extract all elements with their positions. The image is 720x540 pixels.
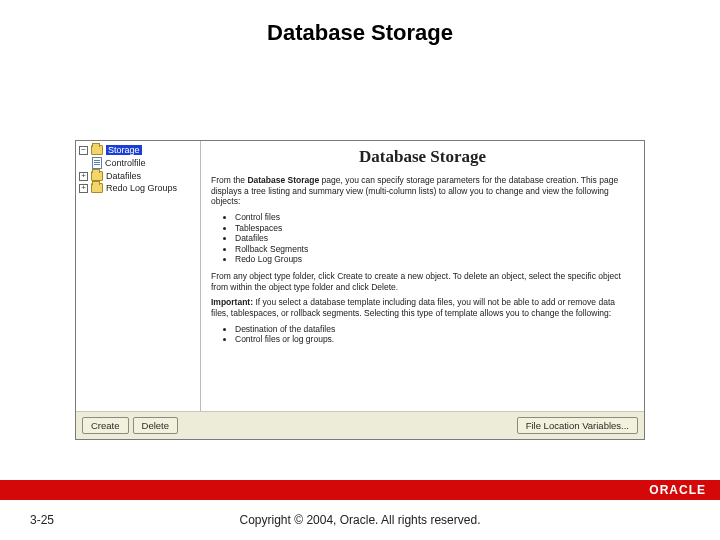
- document-icon: [92, 157, 102, 169]
- slide-body: Database Storage − Storage Controlfile +…: [0, 0, 720, 480]
- content-panel: Database Storage From the Database Stora…: [201, 141, 644, 411]
- slide-title: Database Storage: [0, 20, 720, 46]
- list-item: Control files: [235, 212, 634, 223]
- delete-button[interactable]: Delete: [133, 417, 178, 434]
- file-location-variables-button[interactable]: File Location Variables...: [517, 417, 638, 434]
- expand-icon[interactable]: +: [79, 172, 88, 181]
- content-para-1: From the Database Storage page, you can …: [211, 175, 634, 207]
- page-number: 3-25: [30, 513, 54, 527]
- tree-root-storage[interactable]: − Storage: [78, 144, 198, 156]
- content-para-3: Important: If you select a database temp…: [211, 297, 634, 318]
- tree-item-label: Redo Log Groups: [106, 183, 177, 193]
- folder-icon: [91, 183, 103, 193]
- button-bar: Create Delete File Location Variables...: [76, 411, 644, 439]
- tree-panel: − Storage Controlfile + Datafiles +: [76, 141, 201, 411]
- content-para-2: From any object type folder, click Creat…: [211, 271, 634, 292]
- app-window: − Storage Controlfile + Datafiles +: [75, 140, 645, 440]
- collapse-icon[interactable]: −: [79, 146, 88, 155]
- list-item: Rollback Segments: [235, 244, 634, 255]
- tree-item-label: Datafiles: [106, 171, 141, 181]
- folder-icon: [91, 171, 103, 181]
- content-list-1: Control files Tablespaces Datafiles Roll…: [235, 212, 634, 265]
- list-item: Control files or log groups.: [235, 334, 634, 345]
- tree-item-label: Controlfile: [105, 158, 146, 168]
- footer-brand-bar: ORACLE: [0, 480, 720, 500]
- content-heading: Database Storage: [211, 147, 634, 167]
- tree-item-controlfile[interactable]: Controlfile: [78, 156, 198, 170]
- tree-root-label: Storage: [106, 145, 142, 155]
- tree-item-redolog[interactable]: + Redo Log Groups: [78, 182, 198, 194]
- create-button[interactable]: Create: [82, 417, 129, 434]
- list-item: Tablespaces: [235, 223, 634, 234]
- list-item: Destination of the datafiles: [235, 324, 634, 335]
- expand-icon[interactable]: +: [79, 184, 88, 193]
- app-body: − Storage Controlfile + Datafiles +: [76, 141, 644, 411]
- list-item: Redo Log Groups: [235, 254, 634, 265]
- list-item: Datafiles: [235, 233, 634, 244]
- oracle-logo: ORACLE: [649, 483, 706, 497]
- footer-bar: 3-25 Copyright © 2004, Oracle. All right…: [0, 500, 720, 540]
- content-list-2: Destination of the datafiles Control fil…: [235, 324, 634, 345]
- copyright-text: Copyright © 2004, Oracle. All rights res…: [0, 513, 720, 527]
- folder-icon: [91, 145, 103, 155]
